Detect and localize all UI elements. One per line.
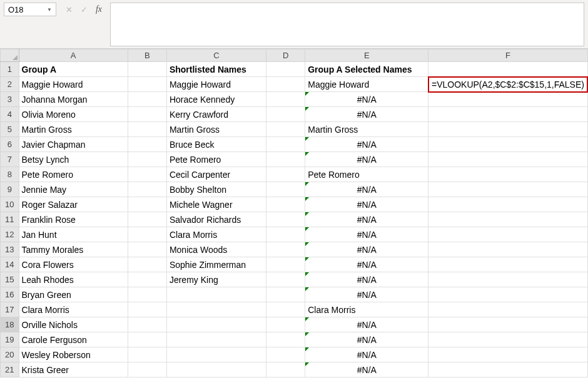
cell[interactable]: Pete Romero xyxy=(166,152,266,167)
cell[interactable]: Shortlisted Names xyxy=(166,62,266,77)
cell[interactable] xyxy=(428,362,587,377)
cell[interactable]: Monica Woods xyxy=(166,242,266,257)
cell[interactable] xyxy=(128,137,166,152)
row-header[interactable]: 3 xyxy=(1,92,19,107)
cell[interactable]: #N/A xyxy=(305,257,428,272)
cell[interactable]: Maggie Howard xyxy=(305,77,428,92)
cell[interactable]: Clara Morris xyxy=(166,227,266,242)
cell[interactable]: #N/A xyxy=(305,347,428,362)
col-header-A[interactable]: A xyxy=(19,49,128,62)
row-header[interactable]: 7 xyxy=(1,152,19,167)
cell[interactable] xyxy=(166,302,266,317)
row-header[interactable]: 21 xyxy=(1,362,19,377)
cell[interactable]: #N/A xyxy=(305,287,428,302)
cell[interactable] xyxy=(266,92,305,107)
row-header[interactable]: 6 xyxy=(1,137,19,152)
cell[interactable] xyxy=(266,107,305,122)
cell[interactable]: #N/A xyxy=(305,152,428,167)
row-header[interactable]: 9 xyxy=(1,182,19,197)
cell[interactable] xyxy=(128,362,166,377)
cell[interactable]: Cora Flowers xyxy=(19,257,128,272)
cell[interactable] xyxy=(128,272,166,287)
cell[interactable]: Maggie Howard xyxy=(19,77,128,92)
cell[interactable]: Javier Chapman xyxy=(19,137,128,152)
cell[interactable] xyxy=(266,77,305,92)
cell[interactable]: #N/A xyxy=(305,332,428,347)
cell[interactable]: #N/A xyxy=(305,362,428,377)
cell[interactable] xyxy=(128,317,166,332)
cell[interactable] xyxy=(266,272,305,287)
cell[interactable]: Kerry Crawford xyxy=(166,107,266,122)
row-header[interactable]: 4 xyxy=(1,107,19,122)
cell[interactable]: #N/A xyxy=(305,242,428,257)
cell[interactable]: Tammy Morales xyxy=(19,242,128,257)
row-header[interactable]: 5 xyxy=(1,122,19,137)
cell[interactable]: Martin Gross xyxy=(166,122,266,137)
cell[interactable] xyxy=(428,227,587,242)
row-header[interactable]: 1 xyxy=(1,62,19,77)
cell[interactable]: Pete Romero xyxy=(305,167,428,182)
row-header[interactable]: 16 xyxy=(1,287,19,302)
cell[interactable]: #N/A xyxy=(305,182,428,197)
cell[interactable] xyxy=(266,167,305,182)
cell[interactable]: Clara Morris xyxy=(305,302,428,317)
cell[interactable] xyxy=(266,332,305,347)
cell[interactable]: #N/A xyxy=(305,107,428,122)
cell[interactable] xyxy=(128,332,166,347)
cell[interactable] xyxy=(266,137,305,152)
cell[interactable] xyxy=(166,317,266,332)
cell[interactable]: Olivia Moreno xyxy=(19,107,128,122)
cell[interactable]: Carole Ferguson xyxy=(19,332,128,347)
formula-cell-highlight[interactable]: =VLOOKUP(A2,$C$2:$C$15,1,FALSE) xyxy=(428,77,587,92)
cell[interactable]: Jeremy King xyxy=(166,272,266,287)
cell[interactable] xyxy=(428,212,587,227)
cell[interactable] xyxy=(428,137,587,152)
cell[interactable]: #N/A xyxy=(305,212,428,227)
cell[interactable] xyxy=(428,197,587,212)
cell[interactable]: #N/A xyxy=(305,197,428,212)
row-header[interactable]: 2 xyxy=(1,77,19,92)
cell[interactable] xyxy=(266,62,305,77)
cell[interactable] xyxy=(428,167,587,182)
spreadsheet-grid[interactable]: A B C D E F 1Group AShortlisted NamesGro… xyxy=(0,49,588,385)
chevron-down-icon[interactable]: ▼ xyxy=(47,7,52,13)
col-header-B[interactable]: B xyxy=(128,49,166,62)
cell[interactable] xyxy=(266,287,305,302)
cell[interactable]: Bryan Green xyxy=(19,287,128,302)
cell[interactable] xyxy=(128,62,166,77)
row-header[interactable]: 18 xyxy=(1,317,19,332)
cell[interactable] xyxy=(128,212,166,227)
cell[interactable] xyxy=(266,152,305,167)
cell[interactable] xyxy=(428,62,587,77)
cell[interactable] xyxy=(428,182,587,197)
cell[interactable] xyxy=(128,347,166,362)
cell[interactable] xyxy=(128,167,166,182)
cell[interactable]: #N/A xyxy=(305,272,428,287)
col-header-E[interactable]: E xyxy=(305,49,428,62)
col-header-F[interactable]: F xyxy=(428,49,587,62)
formula-input[interactable] xyxy=(110,3,584,46)
cell[interactable]: Group A xyxy=(19,62,128,77)
cell[interactable]: #N/A xyxy=(305,317,428,332)
row-header[interactable]: 13 xyxy=(1,242,19,257)
cell[interactable]: Orville Nichols xyxy=(19,317,128,332)
cell[interactable]: Clara Morris xyxy=(19,302,128,317)
col-header-D[interactable]: D xyxy=(266,49,305,62)
cell[interactable]: Salvador Richards xyxy=(166,212,266,227)
cell[interactable] xyxy=(428,257,587,272)
cell[interactable]: Jan Hunt xyxy=(19,227,128,242)
cell[interactable] xyxy=(428,122,587,137)
cell[interactable]: Wesley Roberson xyxy=(19,347,128,362)
cell[interactable] xyxy=(428,287,587,302)
cell[interactable] xyxy=(128,257,166,272)
cell[interactable] xyxy=(166,347,266,362)
cell[interactable]: #N/A xyxy=(305,137,428,152)
row-header[interactable]: 14 xyxy=(1,257,19,272)
cell[interactable]: Bruce Beck xyxy=(166,137,266,152)
cell[interactable] xyxy=(428,152,587,167)
cell[interactable]: Betsy Lynch xyxy=(19,152,128,167)
row-header[interactable]: 12 xyxy=(1,227,19,242)
cell[interactable] xyxy=(128,182,166,197)
cell[interactable] xyxy=(166,332,266,347)
cell[interactable] xyxy=(266,257,305,272)
